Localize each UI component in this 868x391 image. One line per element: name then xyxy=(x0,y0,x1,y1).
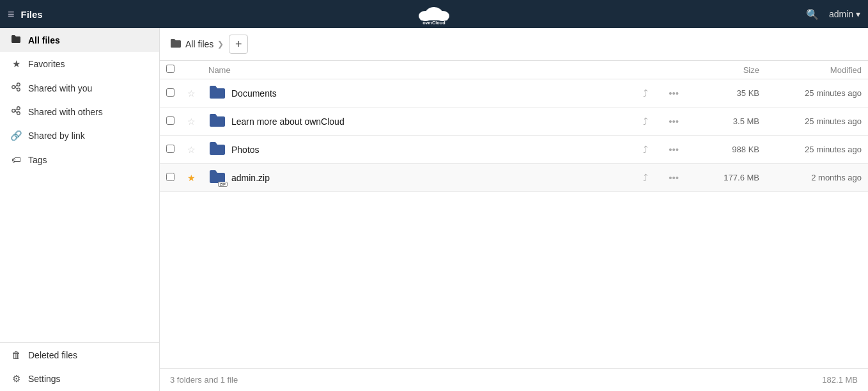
topnav-left: ≡ Files xyxy=(8,8,43,21)
sidebar-item-favorites[interactable]: ★ Favorites xyxy=(0,52,159,76)
file-modified-cell: 2 months ago xyxy=(766,164,868,192)
share-button[interactable]: ⤴ xyxy=(639,171,652,184)
sidebar-bottom: 🗑 Deleted files ⚙ Settings xyxy=(0,342,159,391)
file-modified-cell: 25 minutes ago xyxy=(766,136,868,164)
trash-icon: 🗑 xyxy=(10,349,22,360)
row-checkbox-cell xyxy=(160,79,181,108)
svg-line-14 xyxy=(15,111,17,113)
file-size-cell: 35 KB xyxy=(689,79,766,108)
star-cell[interactable]: ☆ xyxy=(181,79,202,108)
svg-line-13 xyxy=(15,109,17,111)
more-button[interactable]: ••• xyxy=(665,171,683,184)
sidebar-item-shared-by-link[interactable]: 🔗 Shared by link xyxy=(0,124,159,148)
search-icon[interactable]: 🔍 xyxy=(806,8,819,20)
svg-rect-3 xyxy=(421,16,448,20)
sidebar-item-shared-with-you[interactable]: Shared with you xyxy=(0,76,159,100)
sidebar: All files ★ Favorites Shared with you xyxy=(0,28,160,391)
share-in-icon xyxy=(10,83,22,93)
more-action-cell: ••• xyxy=(658,79,689,108)
sidebar-item-all-files[interactable]: All files xyxy=(0,28,159,52)
sidebar-item-label: Tags xyxy=(28,155,47,165)
folder-icon xyxy=(208,113,226,130)
select-all-checkbox[interactable] xyxy=(166,65,174,73)
star-cell[interactable]: ☆ xyxy=(181,108,202,136)
share-button[interactable]: ⤴ xyxy=(639,143,652,156)
row-checkbox[interactable] xyxy=(166,145,174,153)
user-menu[interactable]: admin ▾ xyxy=(829,9,860,19)
svg-line-9 xyxy=(15,87,17,89)
header-star xyxy=(181,61,202,79)
more-action-cell: ••• xyxy=(658,108,689,136)
svg-point-10 xyxy=(17,107,20,110)
header-size: Size xyxy=(689,61,766,79)
sidebar-item-label: Favorites xyxy=(28,59,65,69)
sidebar-item-label: Deleted files xyxy=(28,350,77,360)
row-checkbox-cell xyxy=(160,164,181,192)
footer-summary: 3 folders and 1 file xyxy=(170,375,238,385)
header-checkbox xyxy=(160,61,181,79)
sidebar-item-label: Shared with you xyxy=(28,83,92,93)
svg-point-12 xyxy=(12,109,15,113)
file-name-cell: Documents xyxy=(202,79,633,108)
table-row: ☆ Documents ⤴ ••• 35 KB 25 minutes ago xyxy=(160,79,868,108)
more-button[interactable]: ••• xyxy=(665,115,683,128)
header-actions xyxy=(633,61,658,79)
row-checkbox[interactable] xyxy=(166,116,174,125)
share-action-cell: ⤴ xyxy=(633,79,658,108)
share-out-icon xyxy=(10,106,22,117)
row-checkbox[interactable] xyxy=(166,88,174,97)
table-row: ☆ Photos ⤴ ••• 988 KB 25 minutes ago xyxy=(160,136,868,164)
file-modified-cell: 25 minutes ago xyxy=(766,108,868,136)
topnav: ≡ Files ownCloud 🔍 admin ▾ xyxy=(0,0,868,28)
file-size-cell: 177.6 MB xyxy=(689,164,766,192)
folder-icon xyxy=(208,141,226,158)
zip-file-icon: ZIP xyxy=(208,169,226,186)
sidebar-item-shared-with-others[interactable]: Shared with others xyxy=(0,100,159,124)
file-name-cell: Photos xyxy=(202,136,633,164)
header-more xyxy=(658,61,689,79)
owncloud-logo: ownCloud xyxy=(408,0,460,28)
content-area: All files ❯ + Name Size xyxy=(160,28,868,391)
sidebar-item-label: Shared with others xyxy=(28,107,103,117)
share-action-cell: ⤴ xyxy=(633,164,658,192)
folder-icon xyxy=(10,35,22,45)
file-name-cell: ZIP admin.zip xyxy=(202,164,633,192)
svg-text:ownCloud: ownCloud xyxy=(422,20,445,26)
topnav-center: ownCloud xyxy=(408,0,460,29)
share-button[interactable]: ⤴ xyxy=(639,86,652,100)
topnav-right: 🔍 admin ▾ xyxy=(806,8,860,20)
sidebar-item-label: All files xyxy=(28,35,60,45)
star-icon: ★ xyxy=(10,58,22,70)
more-button[interactable]: ••• xyxy=(665,86,683,100)
file-name-cell: Learn more about ownCloud xyxy=(202,108,633,136)
file-modified-cell: 25 minutes ago xyxy=(766,79,868,108)
file-name-label: Documents xyxy=(231,88,277,99)
file-size-cell: 988 KB xyxy=(689,136,766,164)
breadcrumb: All files ❯ xyxy=(170,38,224,51)
star-cell[interactable]: ☆ xyxy=(181,136,202,164)
file-name-label: Photos xyxy=(231,145,260,155)
sidebar-item-deleted-files[interactable]: 🗑 Deleted files xyxy=(0,343,159,367)
file-name-label: admin.zip xyxy=(231,173,270,183)
header-name: Name xyxy=(202,61,633,79)
table-row: ★ ZIP admin.zip ⤴ ••• 177.6 MB 2 months … xyxy=(160,164,868,192)
add-new-button[interactable]: + xyxy=(229,35,248,54)
hamburger-menu[interactable]: ≡ xyxy=(8,8,15,21)
row-checkbox-cell xyxy=(160,108,181,136)
more-button[interactable]: ••• xyxy=(665,143,683,156)
star-cell[interactable]: ★ xyxy=(181,164,202,192)
svg-line-8 xyxy=(15,85,17,87)
sidebar-item-settings[interactable]: ⚙ Settings xyxy=(0,367,159,391)
share-button[interactable]: ⤴ xyxy=(639,115,652,128)
share-action-cell: ⤴ xyxy=(633,136,658,164)
app-title: Files xyxy=(21,9,43,20)
sidebar-item-tags[interactable]: 🏷 Tags xyxy=(0,148,159,172)
more-action-cell: ••• xyxy=(658,136,689,164)
row-checkbox[interactable] xyxy=(166,173,174,181)
gear-icon: ⚙ xyxy=(10,373,22,385)
breadcrumb-label: All files xyxy=(185,39,213,49)
file-size-cell: 3.5 MB xyxy=(689,108,766,136)
sidebar-item-label: Shared by link xyxy=(28,131,85,141)
file-name-label: Learn more about ownCloud xyxy=(231,116,345,127)
breadcrumb-arrow: ❯ xyxy=(217,40,224,49)
